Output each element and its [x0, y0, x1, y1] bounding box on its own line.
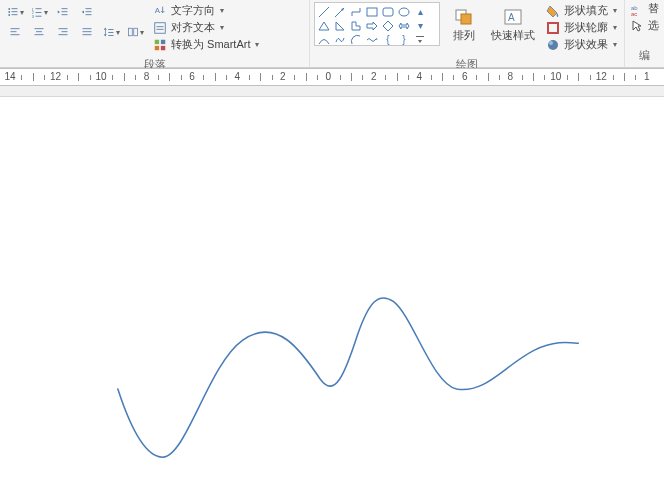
ruler-number: 12: [596, 71, 607, 82]
ruler-number: 8: [144, 71, 150, 82]
svg-rect-27: [83, 28, 92, 29]
bullets-icon[interactable]: ▾: [4, 2, 26, 22]
svg-rect-5: [11, 14, 17, 15]
quick-styles-button[interactable]: A 快速样式: [488, 2, 539, 46]
shape-corner-icon[interactable]: [349, 19, 363, 32]
justify-icon[interactable]: [76, 22, 98, 42]
ruler-tick: [203, 75, 204, 80]
shapes-gallery[interactable]: ▴ ▾ { }: [314, 2, 440, 46]
ruler-tick: [90, 75, 91, 80]
ruler-number: 4: [235, 71, 241, 82]
ribbon: ▾ 123▾ ▾ ▾ A 文字方向▾: [0, 0, 664, 68]
editing-canvas[interactable]: [0, 86, 664, 500]
align-text-button[interactable]: 对齐文本▾: [150, 19, 262, 36]
convert-smartart-button[interactable]: 转换为 SmartArt▾: [150, 36, 262, 53]
ruler[interactable]: 14121086420246810121: [0, 68, 664, 86]
shape-outline-label: 形状轮廓: [564, 20, 608, 35]
shape-oval-icon[interactable]: [397, 5, 411, 18]
gallery-more-icon[interactable]: [413, 33, 427, 46]
shape-arrow-icon[interactable]: [333, 5, 347, 18]
arrange-icon: [452, 6, 476, 28]
svg-rect-28: [83, 31, 92, 32]
svg-rect-54: [548, 23, 558, 33]
svg-rect-7: [35, 8, 41, 9]
svg-rect-51: [461, 14, 471, 24]
columns-icon[interactable]: ▾: [124, 22, 146, 42]
svg-rect-3: [11, 11, 17, 12]
shape-roundrect-icon[interactable]: [381, 5, 395, 18]
ruler-tick: [215, 73, 216, 81]
select-label: 选: [648, 18, 659, 33]
svg-rect-49: [416, 36, 424, 37]
shape-effects-button[interactable]: 形状效果▾: [543, 36, 620, 53]
shape-brace-r-icon[interactable]: }: [397, 33, 411, 46]
ruler-number: 6: [189, 71, 195, 82]
ruler-number: 4: [417, 71, 423, 82]
shape-rect-icon[interactable]: [365, 5, 379, 18]
align-right-icon[interactable]: [52, 22, 74, 42]
svg-rect-33: [108, 35, 113, 36]
select-icon: [630, 19, 644, 33]
ruler-tick: [67, 75, 68, 80]
gallery-up-icon[interactable]: ▴: [413, 5, 427, 18]
shape-wave-icon[interactable]: [365, 33, 379, 46]
arrange-button[interactable]: 排列: [444, 2, 483, 46]
text-direction-button[interactable]: A 文字方向▾: [150, 2, 262, 19]
shape-rtriangle-icon[interactable]: [333, 19, 347, 32]
select-button[interactable]: 选: [627, 17, 662, 34]
shape-outline-button[interactable]: 形状轮廓▾: [543, 19, 620, 36]
svg-rect-14: [62, 14, 68, 15]
ruler-tick: [385, 75, 386, 80]
ruler-tick: [226, 75, 227, 80]
ruler-tick: [272, 75, 273, 80]
shape-diamond-icon[interactable]: [381, 19, 395, 32]
svg-rect-34: [128, 28, 132, 36]
ruler-tick: [635, 75, 636, 80]
drawn-curve-shape[interactable]: [0, 97, 664, 500]
ruler-tick: [453, 75, 454, 80]
shape-doublearrow-icon[interactable]: [397, 19, 411, 32]
decrease-indent-icon[interactable]: [52, 2, 74, 22]
shape-triangle-icon[interactable]: [317, 19, 331, 32]
ribbon-group-drawing: ▴ ▾ { }: [310, 0, 625, 67]
align-center-icon[interactable]: [28, 22, 50, 42]
svg-rect-31: [108, 29, 113, 30]
svg-rect-29: [83, 34, 92, 35]
svg-rect-37: [155, 22, 166, 33]
shape-freeform-icon[interactable]: [333, 33, 347, 46]
ruler-tick: [317, 75, 318, 80]
svg-rect-11: [35, 16, 41, 17]
quick-styles-label: 快速样式: [491, 28, 535, 43]
shape-fill-button[interactable]: 形状填充▾: [543, 2, 620, 19]
ribbon-group-paragraph: ▾ 123▾ ▾ ▾ A 文字方向▾: [0, 0, 310, 67]
svg-rect-30: [105, 30, 106, 35]
shape-brace-l-icon[interactable]: {: [381, 33, 395, 46]
shape-elbow-icon[interactable]: [349, 5, 363, 18]
shape-blockarrow-icon[interactable]: [365, 19, 379, 32]
ruler-tick: [476, 75, 477, 80]
replace-label: 替: [648, 1, 659, 16]
gallery-down-icon[interactable]: ▾: [413, 19, 427, 32]
svg-rect-41: [161, 39, 165, 43]
align-left-icon[interactable]: [4, 22, 26, 42]
svg-rect-47: [383, 8, 393, 16]
shape-line-icon[interactable]: [317, 5, 331, 18]
replace-icon: abac: [630, 2, 644, 16]
svg-text:A: A: [155, 5, 161, 14]
slide-surface[interactable]: [0, 96, 664, 500]
line-spacing-icon[interactable]: ▾: [100, 22, 122, 42]
svg-point-56: [549, 41, 553, 45]
increase-indent-icon[interactable]: [76, 2, 98, 22]
shape-arc-icon[interactable]: [349, 33, 363, 46]
shape-curve-icon[interactable]: [317, 33, 331, 46]
numbering-icon[interactable]: 123▾: [28, 2, 50, 22]
svg-rect-19: [11, 31, 17, 32]
svg-point-2: [8, 11, 10, 13]
ruler-tick: [78, 73, 79, 81]
ruler-number: 6: [462, 71, 468, 82]
replace-button[interactable]: abac 替: [627, 0, 662, 17]
svg-rect-25: [62, 31, 68, 32]
shape-effects-icon: [546, 38, 560, 52]
svg-rect-18: [11, 28, 20, 29]
svg-text:A: A: [508, 12, 515, 23]
